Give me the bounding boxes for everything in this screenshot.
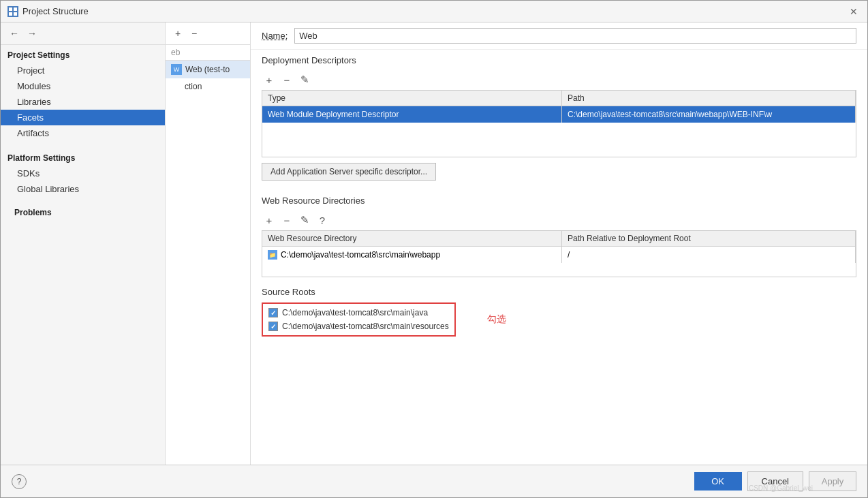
source-root-item-1[interactable]: ✓ C:\demo\java\test-tomcat8\src\main\res… — [268, 322, 449, 331]
right-panel: Name: Deployment Descriptors + − ✎ Type … — [251, 22, 867, 465]
close-button[interactable]: ✕ — [847, 5, 861, 18]
center-item-web[interactable]: W Web (test-to — [166, 61, 250, 78]
name-input[interactable] — [294, 28, 856, 44]
svg-rect-2 — [9, 12, 12, 16]
app-icon — [7, 6, 18, 17]
source-root-item-0[interactable]: ✓ C:\demo\java\test-tomcat8\src\main\jav… — [268, 308, 449, 317]
source-roots-section: Source Roots ✓ C:\demo\java\test-tomcat8… — [251, 283, 867, 339]
center-header: eb — [166, 45, 250, 61]
apply-button[interactable]: Apply — [809, 471, 856, 491]
wr-add-button[interactable]: + — [262, 213, 277, 228]
bottom-bar: ? OK Cancel Apply — [1, 465, 867, 497]
center-remove-button[interactable]: − — [187, 27, 201, 40]
source-roots-title: Source Roots — [251, 283, 867, 300]
wr-header: Web Resource Directory — [262, 231, 562, 246]
forward-button[interactable]: → — [25, 27, 39, 40]
wr-edit-button[interactable]: ✎ — [297, 213, 312, 228]
wr-help-button[interactable]: ? — [315, 213, 330, 228]
deployment-edit-button[interactable]: ✎ — [297, 72, 312, 87]
back-button[interactable]: ← — [7, 27, 21, 40]
center-toolbar: + − — [166, 22, 250, 45]
ok-button[interactable]: OK — [694, 472, 742, 491]
web-resource-toolbar: + − ✎ ? — [251, 210, 867, 230]
bottom-left: ? — [12, 474, 27, 489]
sidebar-item-project[interactable]: Project — [1, 63, 165, 78]
sidebar-item-libraries[interactable]: Libraries — [1, 94, 165, 110]
title-bar-left: Project Structure — [7, 6, 89, 17]
project-settings-label: Project Settings — [1, 45, 165, 63]
web-resource-title: Web Resource Directories — [251, 190, 867, 210]
deployment-row-0[interactable]: Web Module Deployment Descriptor C:\demo… — [262, 106, 856, 123]
name-label: Name: — [262, 31, 288, 41]
deployment-table-header: Type Path — [262, 91, 856, 106]
deployment-section: Deployment Descriptors + − ✎ Type Path W… — [251, 50, 867, 186]
help-button[interactable]: ? — [12, 474, 27, 489]
deployment-table-empty-space — [262, 123, 856, 157]
path-header: Path — [562, 91, 856, 106]
wr-path-cell: / — [562, 247, 856, 263]
sidebar-nav-bar: ← → — [1, 22, 165, 45]
source-root-path-1: C:\demo\java\test-tomcat8\src\main\resou… — [282, 322, 449, 331]
name-row: Name: — [251, 22, 867, 50]
sidebar-item-artifacts[interactable]: Artifacts — [1, 125, 165, 141]
sidebar: ← → Project Settings Project Modules Lib… — [1, 22, 166, 465]
web-item-icon: W — [171, 64, 182, 75]
svg-rect-3 — [14, 12, 17, 16]
sidebar-item-global-libraries[interactable]: Global Libraries — [1, 181, 165, 197]
wr-row-0[interactable]: 📁 C:\demo\java\test-tomcat8\src\main\web… — [262, 247, 856, 263]
web-resource-table: Web Resource Directory Path Relative to … — [262, 230, 856, 277]
deployment-add-button[interactable]: + — [262, 72, 277, 87]
source-roots-container: ✓ C:\demo\java\test-tomcat8\src\main\jav… — [251, 300, 867, 339]
source-root-path-0: C:\demo\java\test-tomcat8\src\main\java — [282, 308, 428, 317]
dialog-title: Project Structure — [22, 6, 89, 16]
type-header: Type — [262, 91, 562, 106]
watermark: CSDN @Gabriel_wei — [749, 484, 813, 492]
wr-dir-cell: 📁 C:\demo\java\test-tomcat8\src\main\web… — [262, 247, 562, 263]
dialog-body: ← → Project Settings Project Modules Lib… — [1, 22, 867, 465]
source-roots-box: ✓ C:\demo\java\test-tomcat8\src\main\jav… — [262, 302, 456, 337]
sidebar-item-sdks[interactable]: SDKs — [1, 166, 165, 181]
web-resource-table-header: Web Resource Directory Path Relative to … — [262, 231, 856, 247]
deployment-toolbar: + − ✎ — [251, 69, 867, 90]
sidebar-item-facets[interactable]: Facets — [1, 110, 165, 125]
wr-item-icon: 📁 — [268, 250, 277, 260]
center-panel: + − eb W Web (test-to ction — [166, 22, 251, 465]
deployment-table: Type Path Web Module Deployment Descript… — [262, 90, 856, 157]
title-bar: Project Structure ✕ — [1, 1, 867, 22]
source-root-checkbox-0[interactable]: ✓ — [268, 308, 278, 317]
gou-xuan-label: 勾选 — [487, 313, 506, 326]
source-root-checkbox-1[interactable]: ✓ — [268, 322, 278, 331]
center-add-button[interactable]: + — [171, 27, 185, 40]
deployment-type-cell: Web Module Deployment Descriptor — [262, 106, 562, 123]
center-item-connection[interactable]: ction — [166, 78, 250, 95]
sidebar-item-modules[interactable]: Modules — [1, 78, 165, 94]
wr-remove-button[interactable]: − — [279, 213, 294, 228]
svg-rect-1 — [14, 7, 17, 11]
web-resource-section: Web Resource Directories + − ✎ ? Web Res… — [251, 190, 867, 277]
wr-table-empty-space — [262, 263, 856, 277]
project-structure-dialog: Project Structure ✕ ← → Project Settings… — [0, 0, 868, 498]
pr-header: Path Relative to Deployment Root — [562, 231, 856, 246]
deployment-title: Deployment Descriptors — [251, 50, 867, 69]
deployment-remove-button[interactable]: − — [279, 72, 294, 87]
problems-section: Problems — [1, 197, 165, 223]
add-server-button[interactable]: Add Application Server specific descript… — [262, 163, 436, 181]
problems-label: Problems — [7, 202, 158, 220]
platform-settings-label: Platform Settings — [1, 148, 165, 166]
svg-rect-0 — [9, 7, 12, 11]
deployment-path-cell: C:\demo\java\test-tomcat8\src\main\webap… — [562, 106, 856, 123]
